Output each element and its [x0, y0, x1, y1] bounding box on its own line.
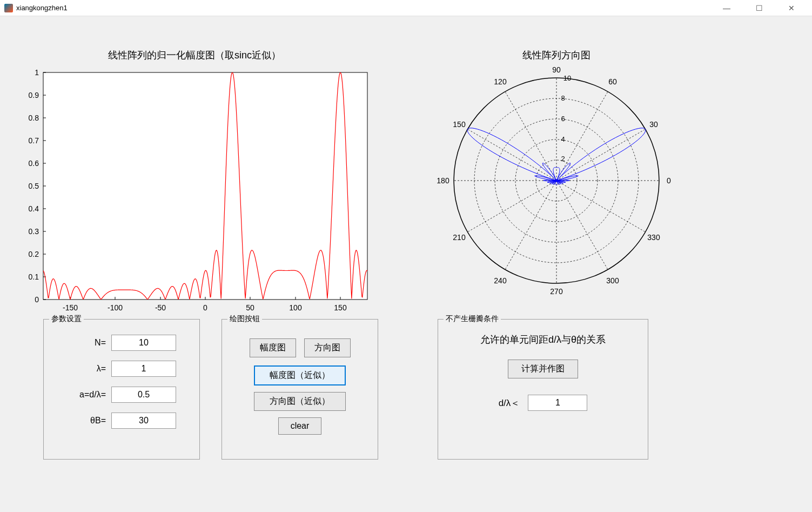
- angle-label: 330: [647, 233, 660, 242]
- svg-line-33: [505, 181, 556, 270]
- angle-label: 30: [649, 120, 658, 129]
- grating-description: 允许的单元间距d/λ与θ的关系: [444, 333, 642, 346]
- angle-label: 240: [494, 276, 507, 285]
- n-label: N=: [52, 338, 106, 348]
- angle-label: 0: [667, 176, 671, 185]
- amplitude-button[interactable]: 幅度图: [250, 338, 296, 357]
- radial-label: 10: [563, 74, 571, 82]
- xtick-label: -50: [155, 303, 166, 310]
- n-input[interactable]: [111, 335, 176, 351]
- minimize-button[interactable]: —: [716, 3, 737, 14]
- result-label: d/λ＜: [499, 397, 520, 409]
- ytick-label: 1: [35, 68, 39, 77]
- ytick-label: 0.9: [29, 91, 39, 99]
- ytick-label: 0.8: [29, 114, 39, 122]
- xtick-label: 50: [246, 303, 254, 310]
- lambda-input[interactable]: [111, 361, 176, 377]
- angle-label: 90: [552, 67, 561, 74]
- angle-label: 120: [494, 77, 507, 86]
- plot-panel: 绘图按钮 幅度图 方向图 幅度图（近似） 方向图（近似） clear: [222, 319, 378, 460]
- svg-line-36: [556, 181, 646, 232]
- angle-label: 180: [437, 176, 449, 185]
- params-panel: 参数设置 N= λ= a=d/λ= θB=: [43, 319, 200, 460]
- grating-panel-title: 不产生栅瓣条件: [444, 314, 501, 324]
- radial-label: 2: [561, 155, 565, 163]
- params-panel-title: 参数设置: [49, 314, 84, 324]
- angle-label: 60: [608, 77, 617, 86]
- angle-label: 270: [550, 287, 563, 296]
- titlebar: xiangkongzhen1 — ☐ ✕: [0, 0, 812, 16]
- polar-chart-container: 线性阵列方向图: [427, 49, 686, 297]
- ytick-label: 0.2: [29, 250, 39, 258]
- theta-input[interactable]: [111, 413, 176, 429]
- xtick-label: 0: [203, 303, 207, 310]
- a-label: a=d/λ=: [52, 390, 106, 400]
- polar-chart[interactable]: 0 30 60 90 120 150 180 210 240 270 300 3…: [427, 67, 686, 305]
- theta-label: θB=: [52, 416, 106, 425]
- radial-label: 8: [561, 94, 565, 102]
- angle-label: 300: [606, 276, 619, 285]
- ytick-label: 0.4: [29, 204, 39, 213]
- line-chart-title: 线性阵列的归一化幅度图（取sinc近似）: [16, 49, 373, 62]
- ytick-label: 0.1: [29, 272, 39, 281]
- a-input[interactable]: [111, 387, 176, 403]
- close-button[interactable]: ✕: [781, 3, 802, 14]
- app-icon: [4, 4, 13, 12]
- clear-button[interactable]: clear: [278, 417, 321, 435]
- ytick-label: 0.5: [29, 182, 39, 190]
- lambda-label: λ=: [52, 364, 106, 374]
- xtick-label: -100: [108, 303, 123, 310]
- xtick-label: 100: [289, 303, 302, 310]
- line-chart[interactable]: 0 0.1 0.2 0.3 0.4 0.5 0.6 0.7 0.8 0.9 1: [16, 67, 373, 310]
- svg-line-26: [556, 129, 646, 181]
- svg-line-32: [468, 181, 557, 232]
- calc-button[interactable]: 计算并作图: [508, 360, 578, 378]
- amplitude-approx-button[interactable]: 幅度图（近似）: [254, 365, 346, 385]
- xtick-label: -150: [63, 303, 78, 310]
- radial-label: 4: [561, 135, 565, 143]
- window-controls: — ☐ ✕: [716, 3, 802, 14]
- result-value: 1: [528, 395, 587, 411]
- ytick-label: 0: [35, 295, 39, 304]
- direction-approx-button[interactable]: 方向图（近似）: [254, 392, 346, 411]
- svg-line-35: [556, 181, 608, 270]
- radial-label: 6: [561, 115, 565, 123]
- line-chart-container: 线性阵列的归一化幅度图（取sinc近似） 0 0.1 0.2 0.3 0.4 0…: [16, 49, 373, 303]
- maximize-button[interactable]: ☐: [748, 3, 770, 14]
- direction-button[interactable]: 方向图: [304, 338, 351, 357]
- ytick-label: 0.3: [29, 227, 39, 236]
- grating-panel: 不产生栅瓣条件 允许的单元间距d/λ与θ的关系 计算并作图 d/λ＜ 1: [438, 319, 648, 460]
- ytick-label: 0.6: [29, 159, 39, 168]
- xtick-label: 150: [334, 303, 347, 310]
- plot-panel-title: 绘图按钮: [227, 314, 262, 324]
- figure-area: 线性阵列的归一化幅度图（取sinc近似） 0 0.1 0.2 0.3 0.4 0…: [0, 16, 812, 512]
- ytick-label: 0.7: [29, 136, 39, 145]
- app-window: xiangkongzhen1 — ☐ ✕ 线性阵列的归一化幅度图（取sinc近似…: [0, 0, 812, 512]
- angle-label: 210: [453, 233, 466, 242]
- polar-chart-title: 线性阵列方向图: [427, 49, 686, 62]
- window-title: xiangkongzhen1: [16, 4, 716, 12]
- svg-line-29: [505, 92, 556, 181]
- svg-rect-0: [43, 72, 367, 300]
- svg-line-30: [468, 129, 557, 181]
- angle-label: 150: [453, 120, 466, 129]
